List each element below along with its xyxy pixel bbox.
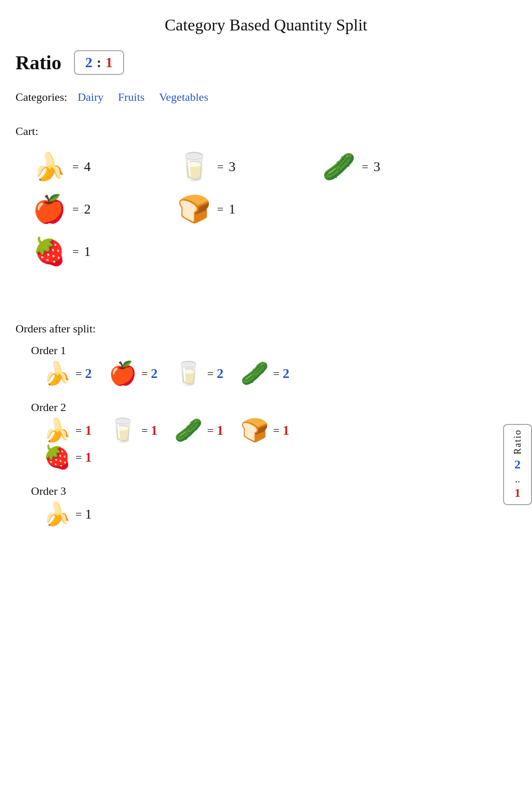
ratio-value1: 2 — [85, 54, 93, 71]
list-item: 🍞 = 1 — [176, 191, 321, 228]
banana-icon: 🍌 — [41, 503, 72, 526]
ratio-row: Ratio 2 : 1 — [0, 50, 532, 75]
order-1-title: Order 1 — [0, 344, 532, 357]
list-item: 🍌 = 4 — [31, 148, 176, 186]
ratio-colon: : — [97, 54, 101, 71]
order-2-row1: 🍌 = 1 🥛 = 1 🥒 = 1 🍞 = 1 — [0, 419, 532, 442]
list-item: 🍎 = 2 — [107, 362, 157, 385]
ratio-sidebar-num1: 2 — [514, 458, 521, 472]
categories-label: Categories: — [16, 90, 67, 104]
ratio-sidebar-badge: Ratio 2 .. 1 — [503, 424, 532, 505]
cart-label: Cart: — [0, 125, 532, 138]
order-3-title: Order 3 — [0, 484, 532, 498]
order-1-row: 🍌 = 2 🍎 = 2 🥛 = 2 🥒 = 2 — [0, 362, 532, 385]
list-item: 🍌 = 1 — [41, 503, 92, 526]
banana-icon: 🍌 — [41, 419, 72, 442]
category-vegetables[interactable]: Vegetables — [159, 90, 208, 104]
category-fruits[interactable]: Fruits — [118, 90, 144, 104]
list-item: 🥒 = 2 — [239, 362, 289, 385]
list-item: 🥒 = 3 — [321, 148, 465, 186]
apple-icon: 🍎 — [107, 362, 138, 385]
order-3-block: Order 3 🍌 = 1 — [0, 484, 532, 526]
list-item: 🍓 = 1 — [31, 233, 176, 270]
ratio-label: Ratio — [16, 51, 62, 74]
ratio-sidebar-num2: 1 — [514, 486, 521, 500]
order-2-title: Order 2 — [0, 401, 532, 414]
milk-icon: 🥛 — [173, 362, 204, 385]
milk-icon: 🥛 — [176, 154, 212, 180]
ratio-box[interactable]: 2 : 1 — [74, 50, 124, 75]
list-item: 🥒 = 1 — [173, 419, 223, 442]
list-item: 🥛 = 1 — [107, 419, 157, 442]
cucumber-icon: 🥒 — [173, 419, 204, 442]
page-title: Category Based Quantity Split — [0, 0, 532, 50]
list-item: 🍌 = 2 — [41, 362, 92, 385]
list-item: 🍌 = 1 — [41, 419, 92, 442]
order-1-block: Order 1 🍌 = 2 🍎 = 2 🥛 = 2 🥒 = 2 — [0, 344, 532, 385]
order-2-row2: 🍓 = 1 — [0, 446, 532, 469]
orders-label: Orders after split: — [0, 322, 532, 336]
strawberry-icon: 🍓 — [31, 238, 67, 265]
cucumber-icon: 🥒 — [321, 154, 357, 180]
list-item: 🥛 = 2 — [173, 362, 223, 385]
apple-icon: 🍎 — [31, 196, 67, 223]
banana-icon: 🍌 — [41, 362, 72, 385]
list-item: 🍓 = 1 — [41, 446, 92, 469]
cart-section: Cart: 🍌 = 4 🥛 = 3 🥒 = 3 🍎 = 2 🍞 = 1 — [0, 125, 532, 270]
order-2-block: Order 2 🍌 = 1 🥛 = 1 🥒 = 1 🍞 = 1 — [0, 401, 532, 469]
orders-section: Orders after split: Order 1 🍌 = 2 🍎 = 2 … — [0, 322, 532, 526]
list-item: 🍎 = 2 — [31, 191, 176, 228]
cart-grid: 🍌 = 4 🥛 = 3 🥒 = 3 🍎 = 2 🍞 = 1 🍓 = — [0, 148, 532, 270]
list-item: 🍞 = 1 — [239, 419, 289, 442]
banana-icon: 🍌 — [31, 154, 67, 180]
strawberry-icon: 🍓 — [41, 446, 72, 469]
list-item: 🥛 = 3 — [176, 148, 321, 186]
bread-icon: 🍞 — [239, 419, 270, 442]
category-dairy[interactable]: Dairy — [78, 90, 103, 104]
ratio-sidebar-dots: .. — [515, 474, 520, 484]
order-3-row: 🍌 = 1 — [0, 503, 532, 526]
bread-icon: 🍞 — [176, 196, 212, 223]
milk-icon: 🥛 — [107, 419, 138, 442]
categories-row: Categories: Dairy Fruits Vegetables — [0, 90, 532, 104]
cucumber-icon: 🥒 — [239, 362, 270, 385]
ratio-value2: 1 — [105, 54, 113, 71]
ratio-sidebar-label: Ratio — [512, 429, 523, 454]
